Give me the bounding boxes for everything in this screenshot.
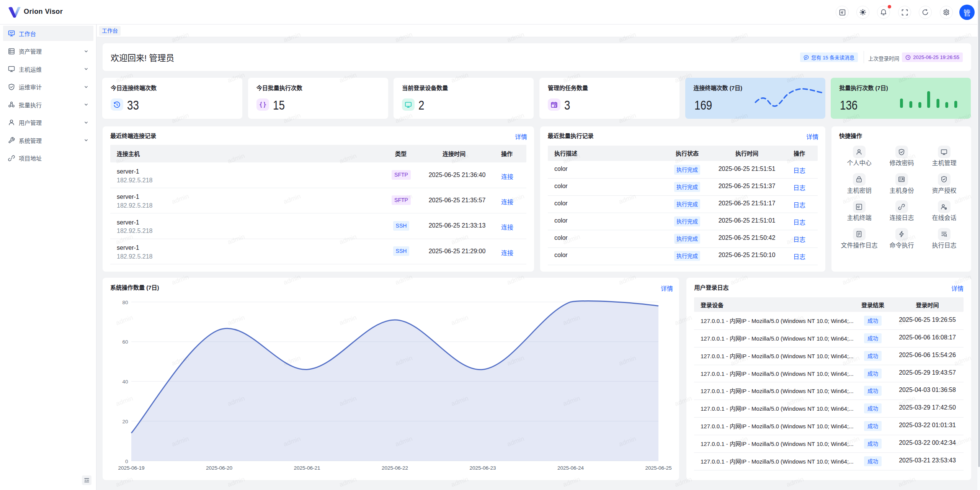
svg-text:2025-06-22: 2025-06-22 bbox=[382, 465, 408, 471]
svg-text:2025-06-20: 2025-06-20 bbox=[206, 465, 232, 471]
svg-text:0: 0 bbox=[125, 459, 128, 464]
svg-text:2025-06-25: 2025-06-25 bbox=[645, 465, 671, 471]
svg-text:40: 40 bbox=[122, 379, 128, 385]
svg-text:2025-06-21: 2025-06-21 bbox=[294, 465, 320, 471]
svg-text:2025-06-19: 2025-06-19 bbox=[118, 465, 144, 471]
svg-text:80: 80 bbox=[122, 300, 128, 305]
svg-text:2025-06-23: 2025-06-23 bbox=[469, 465, 496, 471]
svg-text:60: 60 bbox=[122, 339, 128, 345]
svg-text:20: 20 bbox=[122, 419, 128, 424]
svg-text:2025-06-24: 2025-06-24 bbox=[557, 465, 584, 471]
